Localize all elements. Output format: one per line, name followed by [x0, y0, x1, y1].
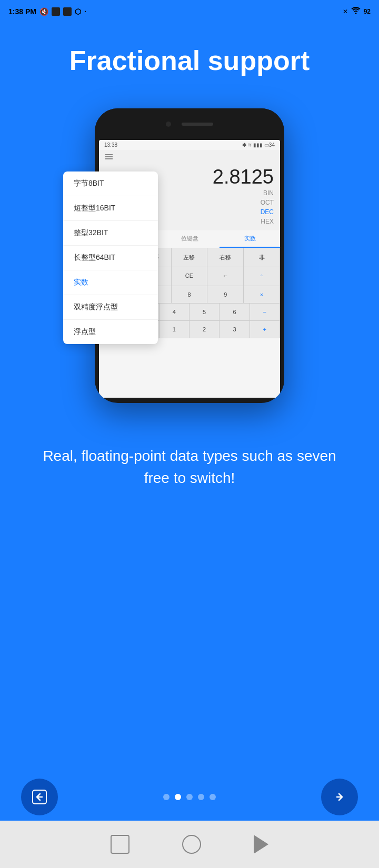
- btn-2[interactable]: 2: [190, 321, 220, 338]
- pagination-dots: [163, 794, 216, 800]
- calc-status-icons: ✱ ≋ ▮▮▮ ▭34: [242, 142, 275, 148]
- bin-label: BIN: [263, 189, 274, 197]
- page-title: Fractional support: [69, 44, 310, 77]
- btn-zuoyi[interactable]: 左移: [172, 248, 208, 267]
- calc-header: [99, 150, 280, 164]
- dropdown-item-real[interactable]: 实数: [63, 270, 158, 295]
- phone-camera: [166, 122, 171, 127]
- btn-1[interactable]: 1: [159, 321, 190, 338]
- dropdown-item-long64[interactable]: 长整型64BIT: [63, 246, 158, 270]
- dropdown-item-byte8[interactable]: 字节8BIT: [63, 171, 158, 196]
- dot-4: [198, 794, 204, 800]
- btn-ce[interactable]: CE: [172, 267, 208, 286]
- dot-1: [163, 794, 169, 800]
- btn-minus[interactable]: −: [250, 304, 280, 321]
- close-icon: ✕: [343, 8, 348, 15]
- btn-8[interactable]: 8: [172, 286, 208, 304]
- battery-icon: 92: [364, 8, 371, 15]
- oct-label: OCT: [261, 199, 274, 206]
- dropdown-item-short16[interactable]: 短整型16BIT: [63, 196, 158, 221]
- app-icon-1: [52, 7, 60, 16]
- status-left: 1:38 PM 🔇 ⬡ ·: [8, 7, 86, 16]
- btn-3[interactable]: 3: [220, 321, 250, 338]
- btn-6[interactable]: 6: [220, 304, 250, 321]
- app-icon-2: [63, 7, 72, 16]
- next-button[interactable]: [321, 779, 358, 815]
- btn-back[interactable]: ←: [207, 267, 244, 286]
- calc-time: 13:38: [104, 142, 117, 148]
- btn-5[interactable]: 5: [190, 304, 220, 321]
- tab-shishu[interactable]: 实数: [220, 230, 280, 248]
- btn-9[interactable]: 9: [207, 286, 244, 304]
- dot-2: [175, 794, 181, 800]
- dropdown-menu: 字节8BIT 短整型16BIT 整型32BIT 长整型64BIT 实数 双精度浮…: [63, 171, 158, 344]
- dot-icon: ·: [84, 7, 86, 16]
- mute-icon: 🔇: [39, 7, 48, 16]
- status-right: ✕ 92: [343, 7, 371, 16]
- dot-3: [186, 794, 193, 800]
- sys-recents-btn[interactable]: [254, 835, 268, 854]
- btn-plus[interactable]: +: [250, 321, 280, 338]
- calc-status-bar: 13:38 ✱ ≋ ▮▮▮ ▭34: [99, 140, 280, 150]
- wifi-icon: [351, 7, 361, 16]
- btn-youyi[interactable]: 右移: [207, 248, 244, 267]
- hex-label: HEX: [261, 218, 274, 225]
- main-content: Fractional support 13:38 ✱ ≋ ▮▮▮ ▭34: [0, 23, 379, 489]
- sys-home-btn[interactable]: [182, 835, 201, 854]
- menu-icon: [105, 154, 113, 159]
- bottom-navigation: [0, 779, 379, 815]
- dropdown-item-float[interactable]: 浮点型: [63, 320, 158, 344]
- phone-mockup: 13:38 ✱ ≋ ▮▮▮ ▭34 2.8125 10.1101 BIN: [89, 108, 290, 413]
- sys-back-btn[interactable]: [111, 835, 129, 854]
- phone-notch: [95, 108, 284, 140]
- time-display: 1:38 PM: [8, 7, 36, 16]
- back-button[interactable]: [21, 779, 58, 815]
- layers-icon: ⬡: [75, 7, 81, 16]
- tab-weijianpan[interactable]: 位键盘: [159, 230, 220, 248]
- phone-speaker: [182, 123, 213, 126]
- dec-label: DEC: [261, 208, 274, 216]
- btn-multiply[interactable]: ×: [244, 286, 280, 304]
- status-bar: 1:38 PM 🔇 ⬡ · ✕ 92: [0, 0, 379, 23]
- dropdown-item-double[interactable]: 双精度浮点型: [63, 295, 158, 320]
- btn-4[interactable]: 4: [159, 304, 190, 321]
- description-text: Real, floating-point data types such as …: [11, 445, 368, 489]
- system-navigation-bar: [0, 821, 379, 868]
- dropdown-item-int32[interactable]: 整型32BIT: [63, 221, 158, 246]
- dot-5: [210, 794, 216, 800]
- btn-divide[interactable]: ÷: [244, 267, 280, 286]
- btn-fei[interactable]: 非: [244, 248, 280, 267]
